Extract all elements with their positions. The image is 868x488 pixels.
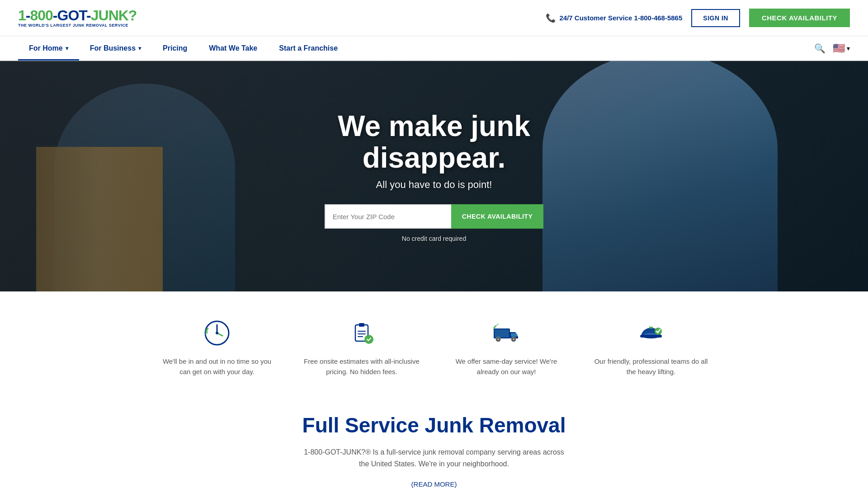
nav-label-pricing: Pricing — [163, 44, 187, 52]
header-right: 📞 24/7 Customer Service 1-800-468-5865 S… — [546, 9, 850, 27]
svg-point-3 — [216, 332, 218, 334]
feature-text-team: Our friendly, professional teams do all … — [592, 357, 710, 377]
svg-point-13 — [497, 338, 500, 341]
full-service-text: 1-800-GOT-JUNK?® Is a full-service junk … — [298, 446, 570, 469]
svg-rect-19 — [640, 335, 662, 338]
svg-rect-17 — [649, 327, 653, 328]
logo[interactable]: 1-800-GOT-JUNK? THE WORLD'S LARGEST JUNK… — [18, 8, 137, 28]
nav-label-what-we-take: What We Take — [209, 44, 257, 52]
nav-label-start-franchise: Start a Franchise — [279, 44, 338, 52]
svg-rect-5 — [359, 323, 364, 327]
feature-item-sameday: We offer same-day service! We're already… — [434, 319, 579, 377]
nav-item-pricing[interactable]: Pricing — [152, 36, 198, 61]
feature-item-speed: We'll be in and out in no time so you ca… — [145, 319, 289, 377]
chevron-down-icon: ▾ — [66, 45, 68, 52]
hero-title: We make junk disappear. — [276, 110, 592, 174]
check-availability-header-button[interactable]: CHECK AVAILABILITY — [749, 9, 850, 27]
nav-label-for-business: For Business — [90, 44, 136, 52]
team-icon — [637, 319, 665, 347]
locale-selector[interactable]: 🇺🇸 ▾ — [833, 42, 850, 54]
phone-icon: 📞 — [546, 13, 556, 23]
svg-rect-11 — [495, 329, 509, 338]
estimate-icon — [347, 319, 376, 347]
nav-items: For Home ▾ For Business ▾ Pricing What W… — [18, 36, 814, 61]
clock-icon — [203, 319, 231, 347]
hero-section: We make junk disappear. All you have to … — [0, 61, 868, 291]
feature-text-estimate: Free onsite estimates with all-inclusive… — [303, 357, 420, 377]
phone-label: 24/7 Customer Service 1-800-468-5865 — [559, 14, 682, 22]
phone-link[interactable]: 📞 24/7 Customer Service 1-800-468-5865 — [546, 13, 682, 23]
sign-in-button[interactable]: SIGN IN — [691, 9, 740, 27]
flag-icon: 🇺🇸 — [833, 42, 845, 54]
svg-point-15 — [513, 338, 515, 341]
feature-text-sameday: We offer same-day service! We're already… — [448, 357, 565, 377]
nav-right: 🔍 🇺🇸 ▾ — [814, 42, 850, 54]
truck-icon — [492, 319, 521, 347]
hero-content: We make junk disappear. All you have to … — [276, 110, 592, 243]
feature-item-team: Our friendly, professional teams do all … — [579, 319, 723, 377]
chevron-down-icon-business: ▾ — [138, 45, 141, 52]
nav-label-for-home: For Home — [29, 44, 63, 52]
main-nav: For Home ▾ For Business ▾ Pricing What W… — [0, 36, 868, 61]
chevron-down-icon-locale: ▾ — [847, 45, 850, 52]
logo-text: 1-800-GOT-JUNK? — [18, 8, 137, 23]
nav-item-start-franchise[interactable]: Start a Franchise — [268, 36, 349, 61]
svg-point-9 — [364, 335, 373, 344]
no-credit-label: No credit card required — [276, 235, 592, 242]
full-service-title: Full Service Junk Removal — [36, 413, 832, 437]
nav-item-what-we-take[interactable]: What We Take — [198, 36, 268, 61]
logo-tagline: THE WORLD'S LARGEST JUNK REMOVAL SERVICE — [18, 23, 137, 28]
read-more-link[interactable]: (READ MORE) — [411, 480, 457, 488]
full-service-section: Full Service Junk Removal 1-800-GOT-JUNK… — [0, 395, 868, 488]
hero-subtitle: All you have to do is point! — [276, 179, 592, 191]
search-icon[interactable]: 🔍 — [814, 43, 826, 54]
feature-item-estimate: Free onsite estimates with all-inclusive… — [289, 319, 434, 377]
site-header: 1-800-GOT-JUNK? THE WORLD'S LARGEST JUNK… — [0, 0, 868, 36]
nav-item-for-home[interactable]: For Home ▾ — [18, 36, 79, 61]
zip-input[interactable] — [325, 204, 451, 229]
features-section: We'll be in and out in no time so you ca… — [0, 291, 868, 395]
hero-form: CHECK AVAILABILITY — [276, 204, 592, 229]
feature-text-speed: We'll be in and out in no time so you ca… — [158, 357, 276, 377]
check-availability-hero-button[interactable]: CHECK AVAILABILITY — [451, 204, 544, 229]
nav-item-for-business[interactable]: For Business ▾ — [79, 36, 152, 61]
